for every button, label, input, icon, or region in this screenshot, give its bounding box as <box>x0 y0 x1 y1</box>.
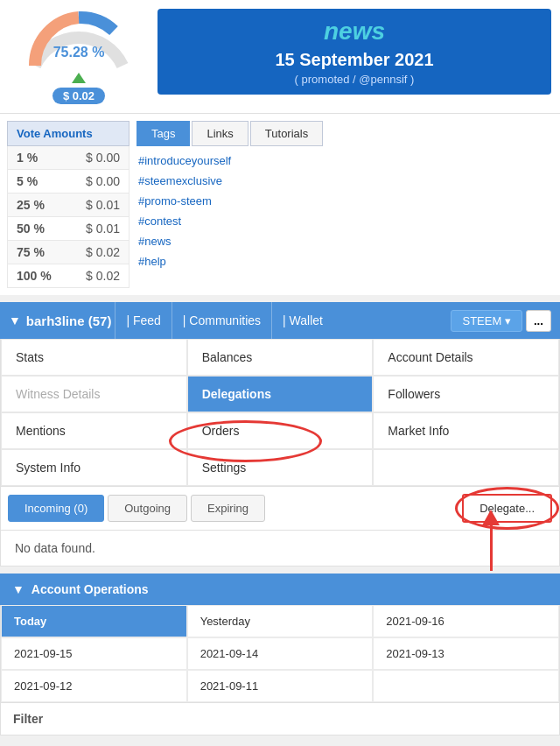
list-item[interactable]: #introduceyourself <box>136 151 553 171</box>
vote-amt-1: $ 0.00 <box>86 151 120 165</box>
more-options-button[interactable]: ... <box>526 310 551 332</box>
vote-row: 100 % $ 0.02 <box>7 264 130 288</box>
gauge-svg: 75.28 % <box>26 9 131 70</box>
svg-text:75.28 %: 75.28 % <box>53 45 105 60</box>
vote-pct-50: 50 % <box>17 222 45 236</box>
tab-incoming[interactable]: Incoming (0) <box>8 495 104 522</box>
list-item[interactable]: #promo-steem <box>136 191 553 211</box>
vote-amt-50: $ 0.01 <box>86 222 120 236</box>
news-title: news <box>171 18 538 46</box>
ops-grid: Today Yesterday 2021-09-16 2021-09-15 20… <box>0 605 560 703</box>
list-item[interactable]: #steemexclusive <box>136 171 553 191</box>
account-ops-header: ▼ Account Operations <box>0 574 560 605</box>
filter-label: Filter <box>13 712 43 726</box>
vote-pct-75: 75 % <box>17 245 45 259</box>
list-item[interactable]: #news <box>136 231 553 251</box>
account-menu: Stats Balances Account Details Witness D… <box>0 339 560 487</box>
menu-item-settings[interactable]: Settings <box>187 449 374 486</box>
vote-row: 50 % $ 0.01 <box>7 217 130 241</box>
ops-cell-yesterday[interactable]: Yesterday <box>187 605 374 637</box>
red-arrow-line <box>490 523 493 571</box>
user-name: barh3line (57) <box>26 313 112 328</box>
filter-bar: Filter <box>0 703 560 735</box>
menu-item-empty <box>373 449 559 486</box>
tags-nav: Tags Links Tutorials <box>136 121 553 146</box>
gauge-area: 75.28 % $ 0.02 <box>9 9 149 104</box>
ops-cell-today[interactable]: Today <box>1 605 187 637</box>
gauge-dollar: $ 0.02 <box>52 88 105 104</box>
menu-item-stats[interactable]: Stats <box>1 339 187 376</box>
nav-link-wallet[interactable]: | Wallet <box>271 302 333 339</box>
user-nav-right: STEEM ▾ ... <box>451 310 551 332</box>
nav-link-communities[interactable]: | Communities <box>172 302 271 339</box>
vote-amt-5: $ 0.00 <box>86 174 120 188</box>
news-box: news 15 September 2021 ( promoted / @pen… <box>158 9 551 95</box>
content-section: Vote Amounts 1 % $ 0.00 5 % $ 0.00 25 % … <box>0 113 560 295</box>
vote-amt-100: $ 0.02 <box>86 269 120 283</box>
ops-cell-2021-09-11[interactable]: 2021-09-11 <box>187 670 374 702</box>
steem-button[interactable]: STEEM ▾ <box>451 310 522 332</box>
tag-list: #introduceyourself #steemexclusive #prom… <box>136 151 553 271</box>
vote-pct-1: 1 % <box>17 151 38 165</box>
menu-item-market-info[interactable]: Market Info <box>373 412 559 449</box>
no-data-message: No data found. <box>0 531 560 567</box>
vote-row: 75 % $ 0.02 <box>7 241 130 264</box>
ops-cell-2021-09-13[interactable]: 2021-09-13 <box>373 637 559 670</box>
nav-link-feed[interactable]: | Feed <box>115 302 171 339</box>
vote-amt-75: $ 0.02 <box>86 245 120 259</box>
vote-amounts-header: Vote Amounts <box>7 121 130 146</box>
list-item[interactable]: #help <box>136 251 553 271</box>
ops-cell-2021-09-14[interactable]: 2021-09-14 <box>187 637 374 670</box>
user-nav-bar: ▼ barh3line (57) | Feed | Communities | … <box>0 302 560 339</box>
tags-area: Tags Links Tutorials #introduceyourself … <box>136 121 553 288</box>
red-arrow-head <box>482 510 500 525</box>
tab-expiring[interactable]: Expiring <box>191 495 265 522</box>
vote-row: 5 % $ 0.00 <box>7 170 130 194</box>
news-sub: ( promoted / @pennsif ) <box>171 73 538 86</box>
menu-item-witness-details[interactable]: Witness Details <box>1 376 187 412</box>
vote-amounts-panel: Vote Amounts 1 % $ 0.00 5 % $ 0.00 25 % … <box>7 121 130 288</box>
vote-pct-25: 25 % <box>17 198 45 212</box>
vote-amt-25: $ 0.01 <box>86 198 120 212</box>
ops-cell-empty <box>373 670 559 702</box>
menu-item-system-info[interactable]: System Info <box>1 449 187 486</box>
tab-links[interactable]: Links <box>192 121 248 146</box>
vote-row: 1 % $ 0.00 <box>7 146 130 170</box>
vote-pct-5: 5 % <box>17 174 38 188</box>
tab-tags[interactable]: Tags <box>136 121 190 146</box>
user-nav-arrow[interactable]: ▼ <box>9 313 21 327</box>
delegate-button[interactable]: Delegate... <box>462 494 552 523</box>
vote-pct-100: 100 % <box>17 269 52 283</box>
menu-item-account-details[interactable]: Account Details <box>373 339 559 376</box>
account-ops-arrow: ▼ <box>12 582 24 596</box>
list-item[interactable]: #contest <box>136 211 553 231</box>
menu-item-balances[interactable]: Balances <box>187 339 374 376</box>
news-date: 15 September 2021 <box>171 50 538 70</box>
delegation-tabs: Incoming (0) Outgoing Expiring Delegate.… <box>0 487 560 531</box>
ops-cell-2021-09-16[interactable]: 2021-09-16 <box>373 605 559 637</box>
tab-outgoing[interactable]: Outgoing <box>108 495 187 522</box>
menu-item-orders[interactable]: Orders <box>187 412 374 449</box>
gauge-up-arrow <box>72 73 86 83</box>
tab-tutorials[interactable]: Tutorials <box>250 121 323 146</box>
account-ops-title: Account Operations <box>32 582 149 596</box>
menu-item-followers[interactable]: Followers <box>373 376 559 412</box>
ops-cell-2021-09-12[interactable]: 2021-09-12 <box>1 670 187 702</box>
vote-row: 25 % $ 0.01 <box>7 194 130 217</box>
menu-item-mentions[interactable]: Mentions <box>1 412 187 449</box>
ops-cell-2021-09-15[interactable]: 2021-09-15 <box>1 637 187 670</box>
menu-item-delegations[interactable]: Delegations <box>187 376 374 412</box>
